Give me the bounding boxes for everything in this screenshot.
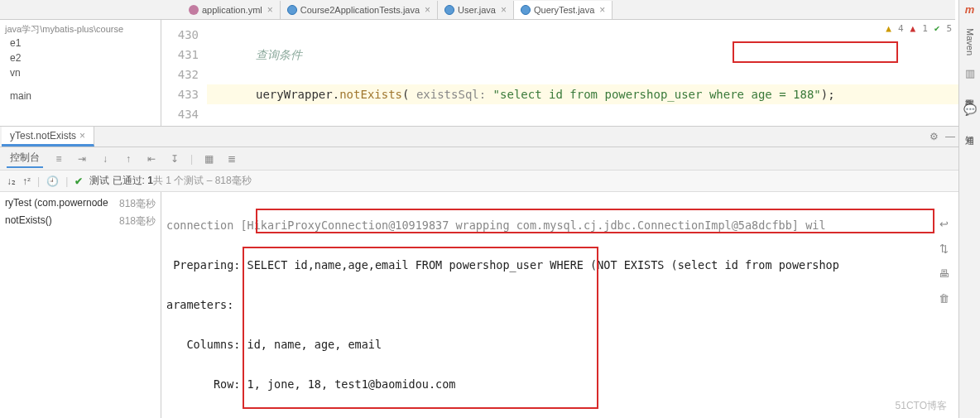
line-number: 431 <box>161 45 199 65</box>
java-icon <box>521 5 531 15</box>
sort-up-icon[interactable]: ↑ᶻ <box>22 175 31 187</box>
maven-icon[interactable]: m <box>963 3 977 17</box>
tab-application-yml[interactable]: application.yml × <box>182 1 281 19</box>
test-duration: 818毫秒 <box>119 214 156 228</box>
editor-tab-bar: application.yml × Course2ApplicationTest… <box>0 0 955 20</box>
highlight-box <box>256 209 934 233</box>
scroll-icon[interactable]: ⇅ <box>935 240 952 257</box>
run-tools: ⚙ — <box>930 131 955 142</box>
tab-label: Course2ApplicationTests.java <box>300 5 420 15</box>
close-icon[interactable]: × <box>599 4 605 16</box>
console-tab[interactable]: 控制台 <box>7 149 43 168</box>
minimize-icon[interactable]: — <box>945 131 955 142</box>
list-icon[interactable]: ≣ <box>224 151 239 166</box>
test-tree-row[interactable]: notExists() 818毫秒 <box>3 213 157 230</box>
warning-icon: ▲ <box>886 23 891 34</box>
test-status-bar: ↓₂ ↑ᶻ | 🕘 | ✔ 测试 已通过: 1共 1 个测试 – 818毫秒 <box>0 171 980 192</box>
clock-icon[interactable]: 🕘 <box>46 175 59 187</box>
line-gutter: 430 431 432 433 434 <box>161 20 207 126</box>
java-icon <box>287 5 297 15</box>
tab-user[interactable]: User.java × <box>438 1 514 19</box>
error-icon: ▲ <box>910 23 916 34</box>
code-editor[interactable]: 430 431 432 433 434 查询条件 ueryWrapper.not… <box>161 20 980 126</box>
export-icon[interactable]: ⇥ <box>74 151 89 166</box>
line-number: 430 <box>161 25 199 45</box>
yml-icon <box>189 5 199 15</box>
watermark: 51CTO博客 <box>896 399 947 413</box>
line-number: 432 <box>161 65 199 84</box>
close-icon[interactable]: × <box>79 130 85 142</box>
sort-down-icon[interactable]: ↓₂ <box>7 175 16 187</box>
check-icon: ✔ <box>74 175 83 187</box>
editor-row: java学习\mybatis-plus\course e1 e2 vn main… <box>0 20 980 126</box>
import-icon[interactable]: ⇤ <box>144 151 159 166</box>
test-method-label: notExists() <box>5 214 52 228</box>
line-number: 433 <box>161 84 199 104</box>
code-lines[interactable]: 查询条件 ueryWrapper.notExists( existsSql: "… <box>207 20 980 126</box>
grid-icon[interactable]: ▦ <box>201 151 216 166</box>
test-tree-row[interactable]: ryTest (com.powernode 818毫秒 <box>3 195 157 213</box>
console-output[interactable]: connection [HikariProxyConnection@109198… <box>161 192 980 418</box>
trash-icon[interactable]: 🗑 <box>935 290 952 306</box>
print-icon[interactable]: 🖶 <box>935 265 952 281</box>
console-line: Row: 2, Jack, 20, test2@baomidou.com <box>166 414 975 418</box>
right-toolstrip: m Maven ▥ 数据库 💬 通知 <box>958 0 980 418</box>
run-tab-bar: yTest.notExists × ⚙ — <box>0 126 980 147</box>
console-toolbar: 控制台 ≡ ⇥ ↓ ↑ ⇤ ↧ | ▦ ≣ <box>0 147 980 171</box>
project-path: java学习\mybatis-plus\course <box>5 23 156 36</box>
tab-label: User.java <box>458 5 496 15</box>
run-tab-notexists[interactable]: yTest.notExists × <box>2 127 94 147</box>
tab-label: application.yml <box>202 5 262 15</box>
highlight-box <box>733 41 898 63</box>
close-icon[interactable]: × <box>425 4 430 16</box>
wrap-icon[interactable]: ↩ <box>935 215 952 232</box>
run-tab-label: yTest.notExists <box>10 130 76 142</box>
download-icon[interactable]: ↓ <box>98 151 113 166</box>
test-class-label: ryTest (com.powernode <box>5 197 108 211</box>
filter-icon[interactable]: ↧ <box>167 151 182 166</box>
console-row: ryTest (com.powernode 818毫秒 notExists() … <box>0 192 980 418</box>
database-icon[interactable]: ▥ <box>963 67 977 80</box>
bell-icon[interactable]: 💬 <box>963 103 977 117</box>
tab-querytest[interactable]: QueryTest.java × <box>514 1 612 19</box>
upload-icon[interactable]: ↑ <box>121 151 136 166</box>
test-tree[interactable]: ryTest (com.powernode 818毫秒 notExists() … <box>0 192 161 418</box>
test-duration: 818毫秒 <box>119 197 156 211</box>
project-node[interactable]: main <box>5 89 156 103</box>
close-icon[interactable]: × <box>501 4 507 16</box>
line-number: 434 <box>161 104 199 124</box>
project-pane[interactable]: java学习\mybatis-plus\course e1 e2 vn main <box>0 20 161 126</box>
code-comment: 查询条件 <box>256 48 302 61</box>
project-node[interactable]: e2 <box>5 50 156 65</box>
gear-icon[interactable]: ⚙ <box>930 131 939 142</box>
tab-label: QueryTest.java <box>534 5 594 15</box>
maven-label[interactable]: Maven <box>965 28 975 55</box>
close-icon[interactable]: × <box>267 4 273 16</box>
test-status-text: 测试 已通过: 1共 1 个测试 – 818毫秒 <box>89 174 251 188</box>
align-icon[interactable]: ≡ <box>51 151 66 166</box>
highlight-box <box>243 247 598 409</box>
check-icon: ✔ <box>934 23 940 34</box>
console-side-icons: ↩ ⇅ 🖶 🗑 <box>935 215 955 306</box>
project-node[interactable]: e1 <box>5 36 156 50</box>
java-icon <box>444 5 454 15</box>
project-node[interactable]: vn <box>5 65 156 80</box>
tab-course2tests[interactable]: Course2ApplicationTests.java × <box>281 1 438 19</box>
